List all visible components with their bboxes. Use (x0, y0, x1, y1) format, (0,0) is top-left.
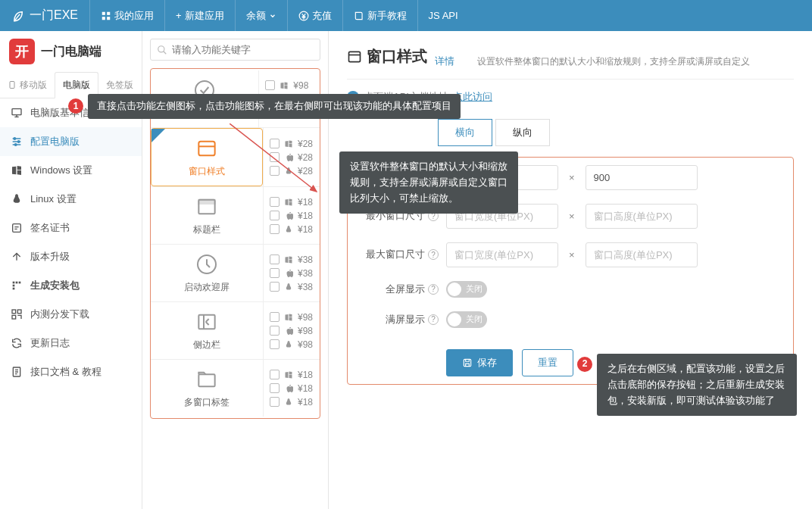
input-min-height[interactable] (586, 204, 698, 229)
input-max-height[interactable] (586, 242, 698, 267)
callout-badge-2: 2 (577, 357, 592, 372)
checkbox[interactable] (270, 397, 280, 407)
os-icon (284, 283, 293, 292)
direction-horizontal[interactable]: 横向 (438, 119, 492, 146)
detail-link[interactable]: 详情 (435, 55, 454, 68)
input-height[interactable] (586, 165, 698, 190)
svg-rect-6 (12, 109, 21, 115)
svg-rect-14 (13, 285, 15, 287)
checkbox[interactable] (270, 339, 280, 349)
feature-5[interactable]: 多窗口标签 (151, 360, 263, 417)
reset-button[interactable]: 重置 (522, 349, 573, 376)
nav-new-app[interactable]: +新建应用 (164, 0, 235, 31)
svg-rect-11 (13, 282, 15, 284)
price-value: ¥98 (293, 80, 308, 91)
save-icon (462, 358, 473, 368)
sidebar-item-4[interactable]: 签名证书 (0, 214, 142, 242)
checkbox[interactable] (270, 326, 280, 336)
checkbox[interactable] (270, 224, 280, 234)
input-max-width[interactable] (446, 242, 558, 267)
nav-recharge[interactable]: 充值 (287, 0, 342, 31)
svg-line-28 (230, 123, 317, 192)
price-value: ¥18 (298, 211, 313, 221)
feature-name: 标题栏 (193, 223, 220, 236)
svg-rect-5 (10, 82, 14, 89)
sidebar-item-8[interactable]: 更新日志 (0, 329, 142, 358)
price-value: ¥18 (298, 224, 313, 235)
nav-jsapi[interactable]: JS API (417, 0, 469, 31)
sidebar-item-6[interactable]: 生成安装包 (0, 271, 142, 300)
checkbox[interactable] (270, 211, 280, 220)
help-icon[interactable]: ? (428, 249, 439, 260)
callout-2: 2 之后在右侧区域，配置该功能，设置之后点击底部的保存按钮；之后重新生成安装包，… (597, 354, 797, 416)
svg-rect-16 (12, 310, 16, 314)
panel-title: 窗口样式 (347, 46, 427, 67)
multiply-icon: × (566, 249, 578, 261)
label-max-size: 最大窗口尺寸 (366, 248, 425, 261)
cert-icon (11, 222, 23, 234)
sidebar-item-7[interactable]: 内测分发下载 (0, 300, 142, 329)
price-row: ¥98 (270, 312, 314, 323)
price-value: ¥98 (298, 312, 313, 323)
svg-rect-0 (102, 11, 105, 14)
toggle-fillscreen[interactable]: 关闭 (446, 311, 487, 328)
checkbox[interactable] (270, 282, 280, 292)
svg-rect-30 (464, 359, 470, 366)
sidebar-item-label: 内测分发下载 (30, 308, 89, 321)
refresh-icon (11, 337, 23, 349)
doc-icon (11, 366, 23, 378)
save-button[interactable]: 保存 (446, 349, 513, 376)
feature-icon (195, 310, 219, 334)
sidebar-item-label: Windows 设置 (30, 164, 92, 177)
sidebar-item-9[interactable]: 接口文档 & 教程 (0, 358, 142, 386)
sidebar-item-5[interactable]: 版本升级 (0, 242, 142, 271)
svg-rect-3 (107, 17, 110, 20)
tab-mobile[interactable]: 移动版 (0, 72, 55, 98)
price-row: ¥18 (270, 370, 314, 380)
price-row: ¥38 (270, 282, 314, 292)
svg-rect-15 (13, 288, 15, 290)
os-icon (284, 211, 293, 220)
svg-point-7 (14, 138, 16, 140)
sidebar-item-2[interactable]: Windows 设置 (0, 156, 142, 185)
nav-tutorial[interactable]: 新手教程 (342, 0, 417, 31)
leaf-icon (11, 9, 25, 23)
svg-point-9 (14, 144, 17, 146)
checkbox[interactable] (270, 370, 280, 379)
feature-card: 侧边栏¥98¥98¥98 (151, 302, 320, 360)
price-value: ¥18 (298, 370, 313, 380)
sidebar-item-label: Linux 设置 (30, 192, 77, 206)
svg-rect-10 (13, 224, 21, 233)
help-icon[interactable]: ? (428, 284, 439, 295)
label-fillscreen: 满屏显示 (386, 313, 425, 326)
nav-balance[interactable]: 余额 (235, 0, 287, 31)
sidebar-item-label: 配置电脑版 (30, 135, 80, 148)
upgrade-icon (11, 251, 23, 263)
multiply-icon: × (566, 211, 578, 222)
panel-desc: 设置软件整体窗口的默认大小和缩放规则，支持全屏或满屏或自定义 (477, 55, 750, 68)
sidebar-item-1[interactable]: 配置电脑版 (0, 127, 142, 156)
search-input[interactable] (172, 44, 314, 55)
toggle-fullscreen[interactable]: 关闭 (446, 281, 487, 298)
price-row: ¥18 (270, 383, 314, 394)
checkbox[interactable] (270, 383, 280, 393)
nav-my-apps[interactable]: 我的应用 (89, 0, 164, 31)
checkbox[interactable] (265, 80, 275, 90)
feature-3[interactable]: 启动欢迎屏 (151, 245, 263, 301)
os-icon (284, 384, 293, 393)
feature-search[interactable] (150, 39, 320, 61)
book-icon (354, 11, 364, 21)
os-icon (284, 255, 293, 264)
svg-rect-17 (17, 310, 21, 314)
sidebar-item-3[interactable]: Linux 设置 (0, 185, 142, 214)
help-icon[interactable]: ? (428, 314, 439, 325)
direction-vertical[interactable]: 纵向 (495, 119, 550, 146)
price-value: ¥18 (298, 383, 313, 394)
checkbox[interactable] (270, 268, 280, 278)
sidebar-item-label: 生成安装包 (30, 279, 80, 292)
feature-name: 多窗口标签 (184, 396, 230, 409)
sidebar-item-label: 接口文档 & 教程 (30, 365, 102, 379)
checkbox[interactable] (270, 254, 280, 264)
feature-4[interactable]: 侧边栏 (151, 302, 263, 359)
checkbox[interactable] (270, 312, 280, 322)
